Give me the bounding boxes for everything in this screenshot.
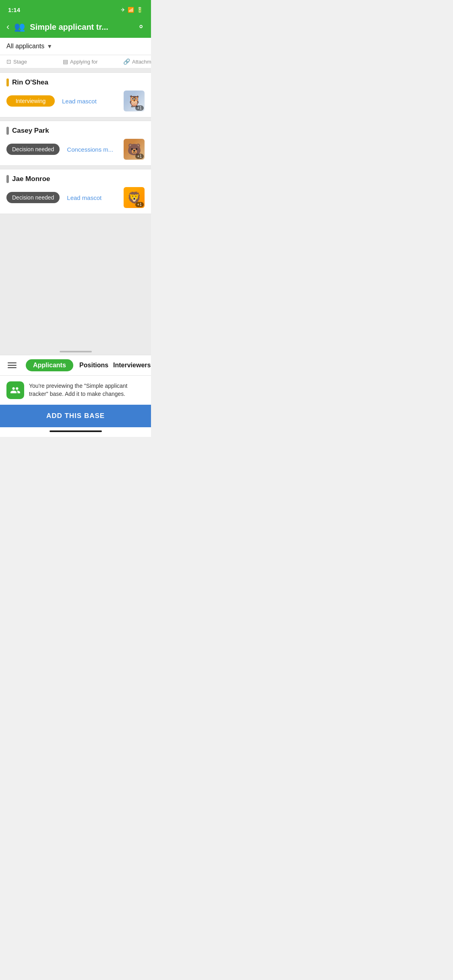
airplane-icon: ✈ — [121, 7, 125, 13]
home-indicator — [0, 427, 151, 437]
status-icons: ✈ 📶 🔋 — [121, 7, 143, 13]
applicant-list: Rin O'SheaInterviewingLead mascot🦉+1Case… — [0, 68, 151, 218]
tab-positions[interactable]: Positions — [75, 359, 113, 371]
applying-icon: ▤ — [63, 58, 68, 65]
applicant-name: Jae Monroe — [12, 175, 50, 183]
home-bar — [50, 430, 102, 432]
applicant-card[interactable]: Casey ParkDecision neededConcessions m..… — [0, 121, 151, 166]
attachment-thumbnail[interactable]: 🦁+1 — [124, 187, 145, 208]
thumb-count-badge: +1 — [135, 202, 144, 207]
applicant-card[interactable]: Rin O'SheaInterviewingLead mascot🦉+1 — [0, 72, 151, 117]
column-headers: ⊡ Stage ▤ Applying for 🔗 Attachme... — [0, 55, 151, 68]
filter-label: All applicants — [6, 43, 44, 50]
tab-applicants[interactable]: Applicants — [26, 359, 73, 371]
app-header: ‹ 👥 Simple applicant tr... ⚬ — [0, 18, 151, 38]
applicant-name-row: Jae Monroe — [6, 175, 145, 183]
stage-indicator — [6, 175, 9, 183]
applicant-name: Rin O'Shea — [12, 78, 48, 86]
applying-for-link[interactable]: Lead mascot — [55, 98, 124, 105]
applicant-name-row: Rin O'Shea — [6, 78, 145, 86]
header-title: Simple applicant tr... — [30, 23, 132, 32]
stage-column-header[interactable]: ⊡ Stage — [6, 58, 63, 65]
filter-bar[interactable]: All applicants ▼ — [0, 38, 151, 55]
applicant-details-row: Decision neededConcessions m...🐻+1 — [6, 139, 145, 160]
preview-text: You're previewing the "Simple applicant … — [29, 382, 145, 398]
menu-line — [8, 362, 17, 363]
applicant-details-row: InterviewingLead mascot🦉+1 — [6, 91, 145, 111]
applicant-name: Casey Park — [12, 127, 49, 135]
hamburger-menu[interactable] — [0, 362, 24, 368]
add-base-button[interactable]: ADD THIS BASE — [0, 405, 151, 427]
applying-for-link[interactable]: Concessions m... — [60, 146, 124, 153]
stage-badge: Interviewing — [6, 95, 55, 107]
people-icon — [10, 385, 21, 395]
scroll-indicator — [0, 347, 151, 355]
status-time: 1:14 — [8, 6, 20, 13]
stage-indicator — [6, 127, 9, 135]
thumb-count-badge: +1 — [135, 154, 144, 159]
applicant-card[interactable]: Jae MonroeDecision neededLead mascot🦁+1 — [0, 169, 151, 214]
stage-badge: Decision needed — [6, 144, 60, 155]
tab-interviewers[interactable]: Interviewers — [113, 359, 151, 371]
stage-indicator — [6, 78, 9, 86]
chevron-down-icon: ▼ — [47, 43, 52, 49]
status-bar: 1:14 ✈ 📶 🔋 — [0, 0, 151, 18]
bottom-nav: Applicants Positions Interviewers — [0, 355, 151, 375]
battery-icon: 🔋 — [137, 7, 143, 13]
menu-line — [8, 365, 17, 366]
stage-icon: ⊡ — [6, 58, 11, 65]
app-icon: 👥 — [14, 22, 25, 32]
scroll-bar — [60, 351, 92, 352]
applicant-details-row: Decision neededLead mascot🦁+1 — [6, 187, 145, 208]
attachment-thumbnail[interactable]: 🐻+1 — [124, 139, 145, 160]
attachment-column-header[interactable]: 🔗 Attachme... — [123, 58, 151, 65]
back-button[interactable]: ‹ — [6, 22, 9, 32]
applying-for-link[interactable]: Lead mascot — [60, 194, 124, 201]
wifi-icon: 📶 — [128, 7, 134, 13]
empty-area — [0, 218, 151, 347]
menu-line — [8, 367, 17, 368]
applying-for-column-header[interactable]: ▤ Applying for — [63, 58, 123, 65]
attachment-icon: 🔗 — [123, 58, 130, 65]
attachment-thumbnail[interactable]: 🦉+1 — [124, 91, 145, 111]
search-icon[interactable]: ⚬ — [137, 22, 145, 32]
preview-banner: You're previewing the "Simple applicant … — [0, 375, 151, 405]
preview-icon — [6, 381, 24, 399]
thumb-count-badge: +1 — [135, 105, 144, 111]
applicant-name-row: Casey Park — [6, 127, 145, 135]
stage-badge: Decision needed — [6, 192, 60, 203]
